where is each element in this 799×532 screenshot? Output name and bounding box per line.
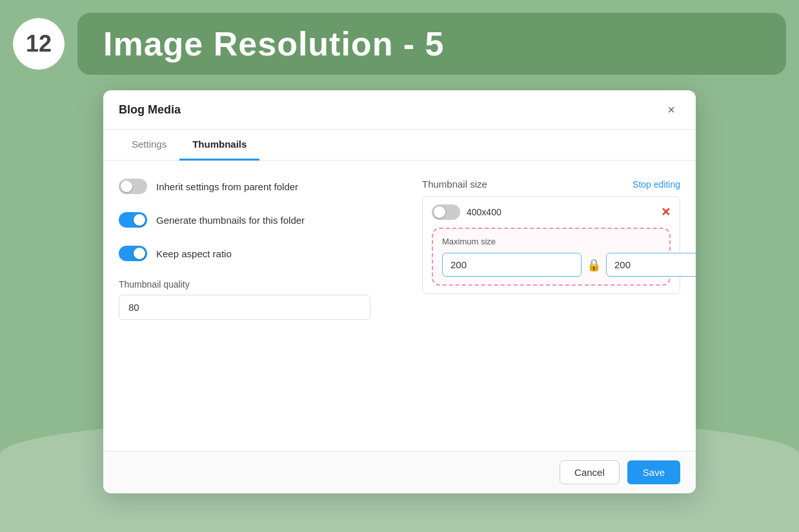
cancel-button[interactable]: Cancel — [560, 460, 620, 484]
header-title: Image Resolution - 5 — [103, 25, 760, 63]
generate-toggle-label: Generate thumbnails for this folder — [156, 215, 305, 226]
step-number: 12 — [26, 30, 52, 57]
thumb-size-label: 400x400 — [467, 207, 501, 217]
keep-aspect-toggle-row: Keep aspect ratio — [119, 246, 396, 261]
save-button[interactable]: Save — [627, 460, 680, 484]
width-input[interactable] — [442, 253, 582, 277]
dialog-footer: Cancel Save — [103, 451, 696, 493]
header-area: 12 Image Resolution - 5 — [13, 13, 786, 75]
inherit-toggle-label: Inherit settings from parent folder — [156, 181, 298, 192]
max-size-inputs: 🔒 Add — [442, 253, 660, 277]
inherit-toggle[interactable] — [119, 179, 147, 194]
header-title-box: Image Resolution - 5 — [77, 13, 786, 75]
thumbnail-entry-row: 400x400 ✕ — [432, 204, 671, 220]
tab-settings[interactable]: Settings — [119, 130, 179, 161]
thumb-toggle-group: 400x400 — [432, 204, 501, 220]
generate-toggle-row: Generate thumbnails for this folder — [119, 212, 396, 228]
tab-thumbnails[interactable]: Thumbnails — [179, 130, 259, 161]
thumbnail-card: 400x400 ✕ Maximum size 🔒 Add — [422, 196, 680, 294]
tab-bar: Settings Thumbnails — [103, 130, 696, 161]
height-input[interactable] — [606, 253, 696, 277]
step-badge: 12 — [13, 18, 65, 70]
dialog-header: Blog Media × — [103, 90, 696, 130]
dialog-title: Blog Media — [119, 103, 181, 117]
delete-thumbnail-button[interactable]: ✕ — [661, 205, 671, 219]
left-panel: Inherit settings from parent folder Gene… — [119, 179, 396, 433]
keep-aspect-toggle-label: Keep aspect ratio — [156, 248, 232, 259]
lock-icon: 🔒 — [587, 258, 601, 272]
thumb-enable-toggle[interactable] — [432, 204, 460, 220]
max-size-area: Maximum size 🔒 Add — [432, 228, 671, 286]
inherit-toggle-row: Inherit settings from parent folder — [119, 179, 396, 194]
thumbnail-size-title: Thumbnail size — [422, 179, 487, 190]
right-panel: Thumbnail size Stop editing 400x400 ✕ Ma… — [422, 179, 680, 433]
dialog-body: Inherit settings from parent folder Gene… — [103, 161, 696, 451]
quality-section: Thumbnail quality — [119, 279, 396, 320]
keep-aspect-toggle[interactable] — [119, 246, 147, 261]
close-button[interactable]: × — [662, 101, 680, 119]
dialog: Blog Media × Settings Thumbnails Inherit… — [103, 90, 696, 493]
quality-input[interactable] — [119, 295, 370, 320]
quality-label: Thumbnail quality — [119, 279, 396, 290]
thumbnail-size-header: Thumbnail size Stop editing — [422, 179, 680, 190]
generate-toggle[interactable] — [119, 212, 147, 228]
stop-editing-button[interactable]: Stop editing — [632, 179, 680, 190]
max-size-label: Maximum size — [442, 237, 660, 246]
